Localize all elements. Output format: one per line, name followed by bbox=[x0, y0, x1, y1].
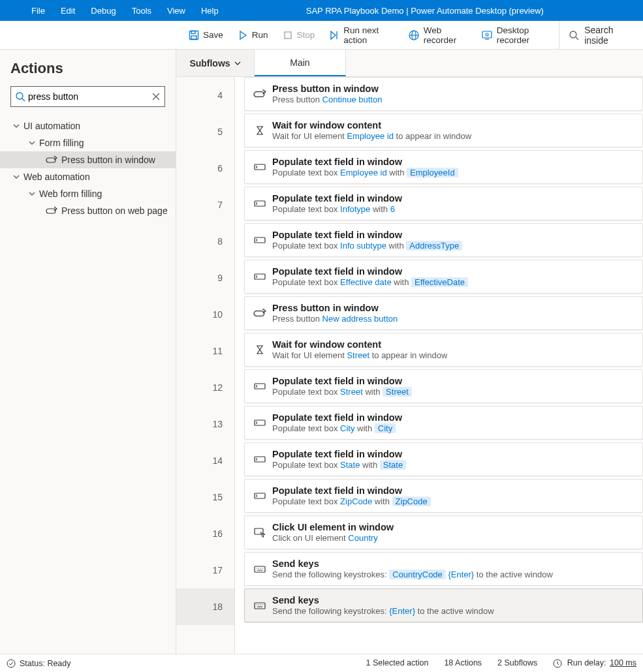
clock-icon bbox=[553, 659, 562, 668]
line-number[interactable]: 11 bbox=[176, 333, 234, 369]
tree-group-web-automation[interactable]: Web automation bbox=[0, 168, 176, 185]
line-number[interactable]: 4 bbox=[176, 77, 234, 114]
tree-action-press-button-web[interactable]: Press button on web page bbox=[0, 202, 176, 219]
tree-group-ui-automation[interactable]: UI automation bbox=[0, 117, 176, 134]
flow-step[interactable]: Wait for window contentWait for UI eleme… bbox=[244, 333, 643, 367]
status-subflows: 2 Subflows bbox=[497, 658, 537, 667]
main-area: Actions UI automation Form filling bbox=[0, 50, 643, 654]
tree-action-press-button-window[interactable]: Press button in window bbox=[0, 151, 176, 168]
web-recorder-icon bbox=[408, 29, 420, 41]
actions-search-box[interactable] bbox=[10, 86, 165, 107]
text-field-icon bbox=[251, 491, 268, 500]
line-number[interactable]: 7 bbox=[176, 187, 234, 223]
flow-step[interactable]: Populate text field in windowPopulate te… bbox=[244, 479, 643, 513]
step-description: Click on UI element Country bbox=[272, 533, 394, 543]
subflows-label: Subflows bbox=[189, 58, 230, 69]
status-run-delay[interactable]: Run delay: 100 ms bbox=[553, 658, 636, 668]
menu-file[interactable]: File bbox=[24, 0, 53, 21]
flow-step[interactable]: Click UI element in windowClick on UI el… bbox=[244, 515, 643, 549]
titlebar: File Edit Debug Tools View Help SAP RPA … bbox=[0, 0, 643, 21]
line-number[interactable]: 15 bbox=[176, 479, 234, 515]
toolbar-search[interactable]: Search inside bbox=[559, 21, 643, 49]
tree-label: Web form filling bbox=[39, 189, 102, 199]
step-description: Press button New address button bbox=[272, 314, 398, 324]
web-recorder-button[interactable]: Web recorder bbox=[401, 21, 474, 49]
flow-step[interactable]: Wait for window contentWait for UI eleme… bbox=[244, 114, 643, 147]
flow-step[interactable]: Send keysSend the following keystrokes: … bbox=[244, 552, 643, 586]
line-number[interactable]: 16 bbox=[176, 515, 234, 552]
svg-rect-22 bbox=[255, 201, 265, 206]
save-button[interactable]: Save bbox=[181, 21, 230, 49]
run-next-button[interactable]: Run next action bbox=[322, 21, 401, 49]
search-icon bbox=[15, 91, 25, 102]
flow-step[interactable]: Send keysSend the following keystrokes: … bbox=[244, 588, 643, 622]
step-title: Populate text field in window bbox=[272, 412, 402, 423]
step-title: Populate text field in window bbox=[272, 448, 406, 460]
keyboard-icon bbox=[251, 601, 268, 610]
flow-step[interactable]: Populate text field in windowPopulate te… bbox=[244, 442, 643, 476]
tree-group-web-form-filling[interactable]: Web form filling bbox=[0, 185, 176, 202]
play-icon bbox=[238, 30, 248, 40]
menu-help[interactable]: Help bbox=[193, 0, 227, 21]
text-field-icon bbox=[251, 199, 268, 208]
line-number[interactable]: 6 bbox=[176, 150, 234, 187]
menubar: File Edit Debug Tools View Help bbox=[0, 0, 227, 21]
canvas-area: Subflows Main 456789101112131415161718 P… bbox=[176, 50, 643, 654]
step-description: Populate text box Effective date with Ef… bbox=[272, 277, 468, 288]
tree-label: Web automation bbox=[24, 172, 90, 182]
desktop-recorder-button[interactable]: Desktop recorder bbox=[474, 21, 559, 49]
menu-debug[interactable]: Debug bbox=[83, 0, 123, 21]
step-description: Wait for UI element Street to appear in … bbox=[272, 350, 447, 361]
line-number[interactable]: 12 bbox=[176, 369, 234, 406]
svg-rect-20 bbox=[255, 164, 265, 170]
tab-main[interactable]: Main bbox=[255, 50, 346, 76]
line-number[interactable]: 5 bbox=[176, 114, 234, 150]
menu-edit[interactable]: Edit bbox=[53, 0, 83, 21]
svg-rect-29 bbox=[255, 384, 265, 389]
chevron-down-icon bbox=[27, 191, 37, 197]
line-number[interactable]: 17 bbox=[176, 552, 234, 588]
subflows-dropdown[interactable]: Subflows bbox=[176, 50, 255, 76]
text-field-icon bbox=[251, 236, 268, 245]
line-number[interactable]: 18 bbox=[176, 588, 234, 625]
statusbar: Status: Ready 1 Selected action 18 Actio… bbox=[0, 654, 643, 672]
stop-button[interactable]: Stop bbox=[275, 21, 322, 49]
status-text: Status: Ready bbox=[20, 659, 71, 668]
status-selected: 1 Selected action bbox=[366, 658, 429, 667]
window-title: SAP RPA Playbook Demo | Power Automate D… bbox=[227, 6, 643, 16]
flow-step[interactable]: Press button in windowPress button Conti… bbox=[244, 77, 643, 111]
svg-rect-31 bbox=[255, 420, 265, 425]
svg-rect-17 bbox=[46, 158, 55, 162]
chevron-down-icon bbox=[12, 174, 21, 180]
step-list[interactable]: Press button in windowPress button Conti… bbox=[235, 77, 643, 654]
press-button-icon bbox=[46, 155, 57, 164]
clear-search-icon[interactable] bbox=[151, 92, 161, 101]
line-number[interactable]: 13 bbox=[176, 406, 234, 442]
svg-rect-35 bbox=[255, 493, 265, 498]
actions-search-input[interactable] bbox=[25, 87, 151, 106]
flow-step[interactable]: Populate text field in windowPopulate te… bbox=[244, 406, 643, 440]
svg-rect-33 bbox=[255, 457, 265, 462]
flow-step[interactable]: Press button in windowPress button New a… bbox=[244, 296, 643, 330]
line-number[interactable]: 14 bbox=[176, 442, 234, 479]
tree-group-form-filling[interactable]: Form filling bbox=[0, 134, 176, 151]
flow-step[interactable]: Populate text field in windowPopulate te… bbox=[244, 223, 643, 257]
menu-view[interactable]: View bbox=[159, 0, 193, 21]
flow-step[interactable]: Populate text field in windowPopulate te… bbox=[244, 150, 643, 184]
line-number[interactable]: 10 bbox=[176, 296, 234, 333]
svg-line-14 bbox=[22, 99, 25, 101]
flow-step[interactable]: Populate text field in windowPopulate te… bbox=[244, 260, 643, 294]
tree-label: Press button on web page bbox=[61, 206, 168, 216]
actions-panel: Actions UI automation Form filling bbox=[0, 50, 176, 654]
svg-rect-1 bbox=[191, 31, 195, 33]
line-number[interactable]: 8 bbox=[176, 223, 234, 260]
hourglass-icon bbox=[251, 344, 268, 355]
step-title: Populate text field in window bbox=[272, 375, 412, 387]
save-label: Save bbox=[203, 30, 223, 40]
menu-tools[interactable]: Tools bbox=[124, 0, 159, 21]
flow-step[interactable]: Populate text field in windowPopulate te… bbox=[244, 369, 643, 403]
run-button[interactable]: Run bbox=[230, 21, 275, 49]
flow-step[interactable]: Populate text field in windowPopulate te… bbox=[244, 187, 643, 221]
chevron-down-icon bbox=[12, 123, 21, 129]
line-number[interactable]: 9 bbox=[176, 260, 234, 296]
